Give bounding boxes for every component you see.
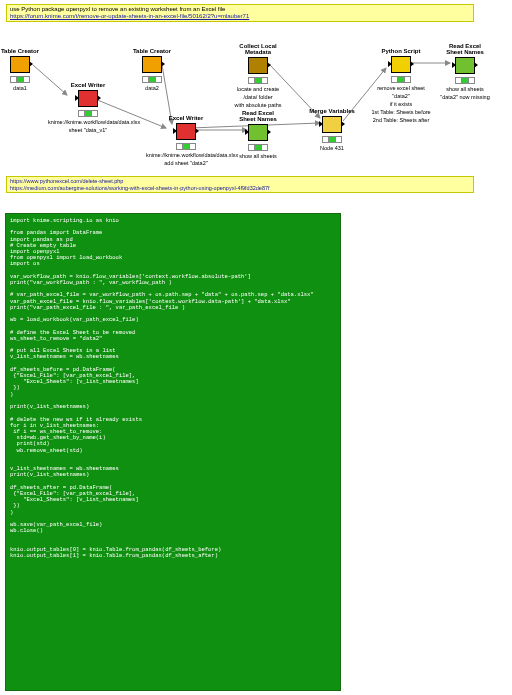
node-title: Read Excel Sheet Names	[432, 43, 498, 55]
node-title: Collect Local Metadata	[228, 43, 288, 55]
python-icon	[391, 56, 411, 73]
node-table-creator-2[interactable]: Table Creator data2	[122, 48, 182, 91]
node-caption: knime://knime.workflow/data/data.xlsx	[146, 152, 226, 158]
status-light	[322, 136, 342, 143]
status-light	[78, 110, 98, 117]
status-light	[248, 77, 268, 84]
node-caption: add sheet "data2"	[146, 160, 226, 166]
node-merge-variables[interactable]: Merge Variables Node 431	[302, 108, 362, 151]
node-caption: "data2"	[366, 93, 436, 99]
node-title: Excel Writer	[146, 115, 226, 121]
writer-icon	[78, 90, 98, 107]
node-excel-writer-2[interactable]: Excel Writer knime://knime.workflow/data…	[146, 115, 226, 166]
node-caption: "data2" now missing	[432, 94, 498, 100]
node-caption: knime://knime.workflow/data/data.xlsx	[48, 119, 128, 125]
links-note: https://www.pythonexcel.com/delete-sheet…	[6, 176, 474, 193]
node-caption: data1	[0, 85, 50, 91]
sheet-icon	[248, 124, 268, 141]
node-caption: 1st Table: Sheets before	[366, 109, 436, 115]
node-title: Merge Variables	[302, 108, 362, 114]
node-title: Python Script	[366, 48, 436, 54]
node-title: Read Excel Sheet Names	[228, 110, 288, 122]
node-caption: sheet "data_v1"	[48, 127, 128, 133]
node-title: Table Creator	[0, 48, 50, 54]
node-caption: remove excel sheet	[366, 85, 436, 91]
node-excel-writer-1[interactable]: Excel Writer knime://knime.workflow/data…	[48, 82, 128, 133]
node-title: Table Creator	[122, 48, 182, 54]
status-light	[391, 76, 411, 83]
status-light	[455, 77, 475, 84]
folder-icon	[248, 57, 268, 74]
status-light	[248, 144, 268, 151]
node-title: Excel Writer	[48, 82, 128, 88]
node-read-sheets-1[interactable]: Read Excel Sheet Names show all sheets	[228, 110, 288, 159]
node-caption: /data/ folder	[228, 94, 288, 100]
node-caption: data2	[122, 85, 182, 91]
merge-icon	[322, 116, 342, 133]
status-light	[142, 76, 162, 83]
node-caption: show all sheets	[432, 86, 498, 92]
link-2[interactable]: https://medium.com/aubergine-solutions/w…	[10, 185, 470, 192]
status-light	[176, 143, 196, 150]
node-caption: locate and create	[228, 86, 288, 92]
node-read-sheets-2[interactable]: Read Excel Sheet Names show all sheets "…	[432, 43, 498, 100]
python-code: import knime.scripting.io as knio from p…	[5, 213, 341, 691]
status-light	[10, 76, 30, 83]
node-caption: Node 431	[302, 145, 362, 151]
node-caption: 2nd Table: Sheets after	[366, 117, 436, 123]
table-icon	[10, 56, 30, 73]
node-caption: show all sheets	[228, 153, 288, 159]
node-collect-metadata[interactable]: Collect Local Metadata locate and create…	[228, 43, 288, 108]
node-caption: if it exists	[366, 101, 436, 107]
sheet-icon	[455, 57, 475, 74]
title-text: use Python package openpyxl to remove an…	[10, 6, 470, 13]
node-table-creator-1[interactable]: Table Creator data1	[0, 48, 50, 91]
title-link[interactable]: https://forum.knime.com/t/remove-or-upda…	[10, 13, 470, 20]
node-python-script[interactable]: Python Script remove excel sheet "data2"…	[366, 48, 436, 123]
node-caption: with absolute paths	[228, 102, 288, 108]
title-note: use Python package openpyxl to remove an…	[6, 4, 474, 22]
writer-icon	[176, 123, 196, 140]
table-icon	[142, 56, 162, 73]
